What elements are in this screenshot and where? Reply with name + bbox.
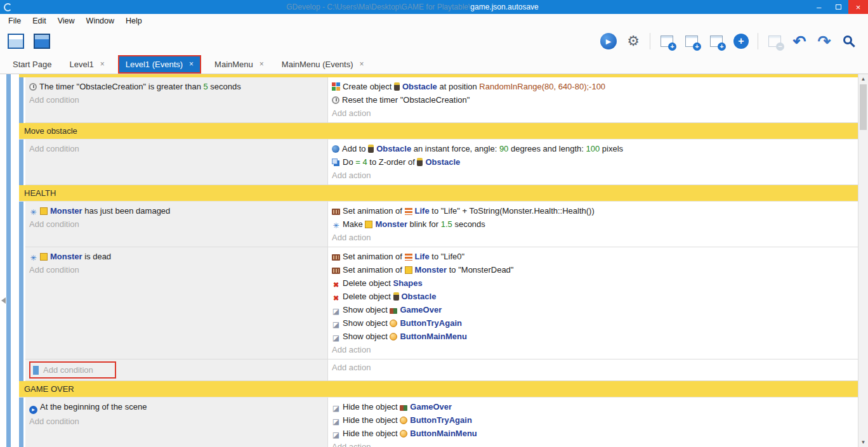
add-action-link[interactable]: Add action [328, 440, 858, 447]
search-button[interactable] [839, 31, 859, 51]
action[interactable]: Add to Obstacle an instant force, angle:… [328, 142, 858, 155]
tab-close-icon[interactable]: × [189, 60, 194, 68]
close-button[interactable]: × [848, 0, 868, 14]
add-action-link[interactable]: Add action [328, 361, 858, 374]
maximize-button[interactable] [829, 0, 848, 14]
conditions-cell[interactable]: Monster has just been damaged Add condit… [25, 202, 328, 247]
add-condition-link[interactable]: Add condition [25, 415, 327, 428]
add-action-link[interactable]: Add action [328, 169, 858, 182]
action[interactable]: Reset the timer "ObstacleCreation" [328, 93, 858, 107]
menu-help[interactable]: Help [120, 15, 148, 27]
menu-file[interactable]: File [3, 15, 27, 27]
event-group-header[interactable]: Move obstacle [19, 123, 858, 139]
add-condition-link[interactable]: Add condition [43, 364, 93, 376]
tab-close-icon[interactable]: × [260, 60, 264, 68]
tab-close-icon[interactable]: × [100, 60, 105, 68]
event-selection-bar[interactable] [19, 360, 23, 381]
conditions-cell[interactable]: Add condition [25, 139, 328, 185]
event-group-header[interactable]: HEALTH [19, 185, 858, 202]
action[interactable]: Delete object Shapes [328, 276, 858, 290]
events-sheet[interactable]: The timer "ObstacleCreation" is greater … [0, 74, 858, 447]
action[interactable]: Do = 4 to Z-order of Obstacle [328, 155, 858, 169]
add-condition-link[interactable]: Add condition [25, 217, 327, 231]
add-condition-link[interactable]: Add condition [25, 142, 327, 155]
menu-view[interactable]: View [52, 15, 81, 27]
action[interactable]: Set animation of Life to "Life" + ToStri… [328, 204, 858, 217]
redo-button[interactable]: ↷ [814, 31, 834, 51]
actions-cell[interactable]: Add to Obstacle an instant force, angle:… [328, 139, 858, 185]
actions-cell[interactable]: Create object Obstacle at position Rando… [328, 77, 858, 123]
action[interactable]: Hide the object ButtonMainMenu [328, 427, 858, 440]
tab-level1-events[interactable]: Level1 (Events)× [119, 56, 200, 72]
actions-cell[interactable]: Hide the object GameOver Hide the object… [328, 398, 858, 447]
actions-cell[interactable]: Set animation of Life to "Life" + ToStri… [328, 202, 858, 247]
add-event-button[interactable] [657, 31, 677, 51]
conditions-cell[interactable]: At the beginning of the scene Add condit… [25, 398, 328, 447]
group-indent-bar[interactable] [6, 185, 11, 202]
event-selection-bar[interactable] [19, 398, 23, 447]
tab-mainmenu-events[interactable]: MainMenu (Events)× [275, 56, 371, 72]
event-selection-bar[interactable] [33, 366, 39, 375]
group-indent-bar[interactable] [6, 77, 11, 123]
group-indent-bar[interactable] [6, 247, 11, 360]
add-action-link[interactable]: Add action [328, 343, 858, 356]
actions-cell[interactable]: Add action [328, 360, 858, 381]
add-comment-button[interactable] [706, 31, 727, 51]
actions-cell[interactable]: Set animation of Life to "Life0" Set ani… [328, 247, 858, 360]
project-manager-button[interactable] [6, 31, 26, 51]
action[interactable]: Show object GameOver [328, 303, 858, 316]
add-condition-link[interactable]: Add condition [25, 93, 327, 107]
condition[interactable]: Monster is dead [25, 250, 327, 263]
action[interactable]: Make Monster blink for 1.5 seconds [328, 217, 858, 231]
scroll-up-icon[interactable]: ▲ [858, 74, 868, 84]
vertical-scrollbar[interactable]: ▲ ▼ [858, 74, 868, 447]
button-icon [400, 417, 407, 424]
condition[interactable]: The timer "ObstacleCreation" is greater … [25, 80, 327, 93]
action[interactable]: Show object ButtonMainMenu [328, 330, 858, 343]
event-selection-bar[interactable] [19, 77, 23, 123]
collapse-arrow-icon[interactable] [1, 297, 6, 304]
tab-level1[interactable]: Level1× [63, 56, 110, 72]
tab-close-icon[interactable]: × [360, 60, 364, 68]
add-subevent-button[interactable] [681, 31, 702, 51]
condition[interactable]: Monster has just been damaged [25, 204, 327, 217]
conditions-cell[interactable]: The timer "ObstacleCreation" is greater … [25, 77, 328, 123]
scrollbar-thumb[interactable] [860, 84, 867, 130]
preview-button[interactable]: ▶ [598, 31, 619, 51]
preview-debug-button[interactable]: ⚙ [623, 31, 643, 51]
group-indent-bar[interactable] [6, 398, 11, 447]
action[interactable]: Delete object Obstacle [328, 290, 858, 303]
add-action-link[interactable]: Add action [328, 107, 858, 120]
action[interactable]: Hide the object GameOver [328, 400, 858, 413]
add-action-link[interactable]: Add action [328, 231, 858, 244]
scroll-down-icon[interactable]: ▼ [858, 437, 868, 447]
conditions-cell[interactable]: Add condition [25, 360, 328, 381]
add-condition-link[interactable]: Add condition [25, 263, 327, 276]
minimize-button[interactable]: – [809, 0, 829, 14]
event-selection-bar[interactable] [19, 247, 23, 360]
tab-start-page[interactable]: Start Page [6, 56, 58, 72]
event-selection-bar[interactable] [19, 202, 23, 247]
condition[interactable]: At the beginning of the scene [25, 400, 327, 415]
group-indent-bar[interactable] [6, 360, 11, 381]
conditions-cell[interactable]: Monster is dead Add condition [25, 247, 328, 360]
action[interactable]: Hide the object ButtonTryAgain [328, 413, 858, 427]
indent-gap [11, 381, 19, 398]
tab-mainmenu[interactable]: MainMenu× [208, 56, 270, 72]
group-indent-bar[interactable] [6, 123, 11, 139]
add-other-event-button[interactable]: + [731, 31, 751, 51]
menu-edit[interactable]: Edit [27, 15, 52, 27]
event-selection-bar[interactable] [19, 139, 23, 185]
deactivate-event-button[interactable] [765, 31, 785, 51]
undo-button[interactable]: ↶ [789, 31, 810, 51]
group-indent-bar[interactable] [6, 202, 11, 247]
event-group-header[interactable]: GAME OVER [19, 381, 858, 398]
images-bank-button[interactable] [32, 31, 52, 51]
action[interactable]: Set animation of Life to "Life0" [328, 250, 858, 263]
action[interactable]: Create object Obstacle at position Rando… [328, 80, 858, 93]
action[interactable]: Show object ButtonTryAgain [328, 316, 858, 330]
group-indent-bar[interactable] [6, 381, 11, 398]
action[interactable]: Set animation of Monster to "MonsterDead… [328, 263, 858, 276]
menu-window[interactable]: Window [81, 15, 120, 27]
group-indent-bar[interactable] [6, 139, 11, 185]
